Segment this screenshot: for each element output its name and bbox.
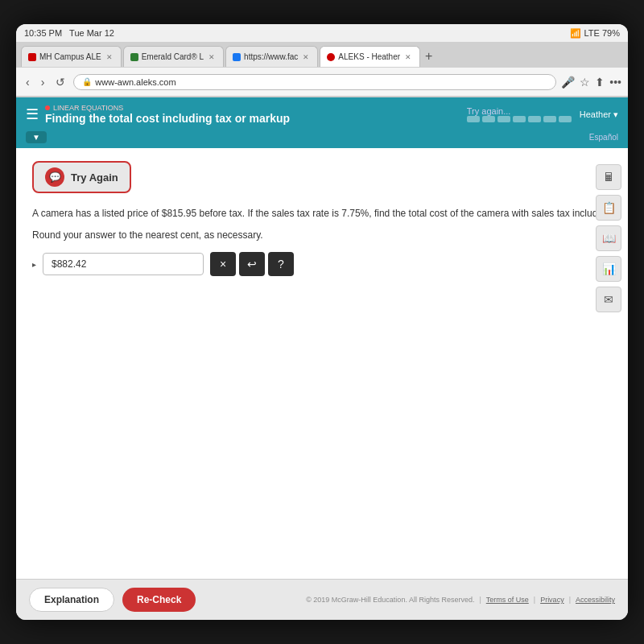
right-sidebar: 🖩 📋 📖 📊 ✉ [596, 164, 621, 312]
header-category: LINEAR EQUATIONS [45, 104, 290, 112]
status-time-date: 10:35 PM Tue Mar 12 [24, 28, 114, 38]
privacy-link[interactable]: Privacy [540, 596, 564, 604]
app-header: ☰ LINEAR EQUATIONS Finding the total cos… [16, 97, 628, 131]
tab-close-mh[interactable]: ✕ [105, 53, 114, 61]
footer-links: © 2019 McGraw-Hill Education. All Rights… [306, 596, 615, 604]
graph-icon[interactable]: 📊 [596, 256, 621, 282]
notes-icon[interactable]: 📋 [596, 195, 621, 221]
header-right: Try again... Heather ▾ [467, 106, 618, 122]
header-left: ☰ LINEAR EQUATIONS Finding the total cos… [26, 104, 290, 125]
tab-close-emerald[interactable]: ✕ [207, 53, 217, 61]
calculator-icon[interactable]: 🖩 [596, 164, 621, 190]
undo-button[interactable]: ↩ [239, 252, 265, 276]
terms-link[interactable]: Terms of Use [486, 596, 529, 604]
action-buttons: × ↩ ? [210, 252, 294, 276]
more-icon[interactable]: ••• [609, 76, 621, 89]
forward-button[interactable]: › [38, 74, 48, 90]
status-date: Tue Mar 12 [69, 28, 114, 38]
answer-label: ▸ [32, 260, 36, 269]
signal-icon: 📶 [570, 28, 581, 39]
status-time: 10:35 PM [24, 28, 62, 38]
clear-button[interactable]: × [210, 252, 236, 276]
new-tab-button[interactable]: + [422, 50, 436, 63]
hamburger-menu[interactable]: ☰ [26, 105, 39, 123]
progress-dot-1 [467, 116, 480, 122]
dropdown-arrow[interactable]: ▼ [26, 131, 47, 143]
tab-icon-emerald [130, 53, 138, 61]
sub-header: ▼ Español [16, 131, 628, 148]
progress-dot-4 [513, 116, 526, 122]
battery-status: LTE 79% [584, 28, 620, 38]
explanation-button[interactable]: Explanation [29, 588, 114, 612]
try-again-text: Try Again [71, 171, 118, 184]
tab-close-aleks[interactable]: ✕ [403, 53, 413, 61]
tab-icon-fb [233, 53, 241, 61]
progress-dots [467, 116, 572, 122]
progress-dot-7 [559, 116, 572, 122]
tab-facebook[interactable]: https://www.fac ✕ [225, 46, 318, 67]
espanol-link[interactable]: Español [589, 133, 618, 142]
back-button[interactable]: ‹ [23, 74, 33, 90]
browser-chrome: MH Campus ALE ✕ Emerald Card® L ✕ https:… [16, 42, 628, 97]
user-menu[interactable]: Heather ▾ [580, 109, 618, 120]
category-text: LINEAR EQUATIONS [53, 104, 123, 112]
answer-input[interactable] [43, 253, 204, 275]
try-again-icon: 💬 [45, 167, 64, 187]
red-dot-icon [45, 105, 50, 110]
progress-dot-2 [482, 116, 495, 122]
tab-aleks[interactable]: ALEKS - Heather ✕ [320, 46, 420, 67]
nav-actions: 🎤 ☆ ⬆ ••• [561, 76, 621, 89]
main-content: 💬 Try Again A camera has a listed price … [16, 148, 628, 579]
tablet-frame: 10:35 PM Tue Mar 12 📶 LTE 79% MH Campus … [16, 24, 628, 620]
tab-close-fb[interactable]: ✕ [301, 53, 311, 61]
progress-dot-6 [543, 116, 556, 122]
header-title-area: LINEAR EQUATIONS Finding the total cost … [45, 104, 290, 125]
answer-row: ▸ × ↩ ? [32, 252, 612, 276]
try-again-label: Try again... [467, 106, 572, 116]
question-text: A camera has a listed price of $815.95 b… [32, 206, 612, 221]
footer-copyright: © 2019 McGraw-Hill Education. All Rights… [306, 596, 474, 604]
round-instruction: Round your answer to the nearest cent, a… [32, 229, 612, 241]
address-text: www-awn.aleks.com [95, 77, 175, 87]
progress-dot-3 [497, 116, 510, 122]
bottom-left: Explanation Re-Check [29, 588, 196, 612]
try-again-button[interactable]: 💬 Try Again [32, 161, 131, 193]
progress-dot-5 [528, 116, 541, 122]
tab-icon-mh [28, 53, 36, 61]
tab-icon-aleks [327, 53, 335, 61]
tab-label-aleks: ALEKS - Heather [338, 52, 400, 61]
tab-label-fb: https://www.fac [244, 52, 298, 61]
mail-icon[interactable]: ✉ [596, 287, 621, 312]
share-icon[interactable]: ⬆ [595, 76, 605, 89]
status-bar: 10:35 PM Tue Mar 12 📶 LTE 79% [16, 24, 628, 42]
tab-emerald[interactable]: Emerald Card® L ✕ [123, 46, 224, 67]
reload-button[interactable]: ↺ [52, 74, 68, 90]
bottom-bar: Explanation Re-Check © 2019 McGraw-Hill … [16, 579, 628, 620]
bookmark-icon[interactable]: ☆ [580, 76, 590, 89]
tab-bar: MH Campus ALE ✕ Emerald Card® L ✕ https:… [16, 42, 628, 68]
mic-icon[interactable]: 🎤 [561, 76, 575, 89]
nav-bar: ‹ › ↺ 🔒 www-awn.aleks.com 🎤 ☆ ⬆ ••• [16, 68, 628, 97]
lock-icon: 🔒 [82, 77, 92, 86]
tab-label-emerald: Emerald Card® L [142, 52, 204, 61]
accessibility-link[interactable]: Accessibility [576, 596, 615, 604]
page-title: Finding the total cost including tax or … [45, 112, 290, 125]
address-bar[interactable]: 🔒 www-awn.aleks.com [73, 74, 556, 90]
status-right: 📶 LTE 79% [570, 28, 620, 39]
tab-label-mh: MH Campus ALE [39, 52, 101, 61]
help-button[interactable]: ? [268, 252, 294, 276]
recheck-button[interactable]: Re-Check [122, 588, 196, 612]
tab-mh-campus[interactable]: MH Campus ALE ✕ [21, 46, 122, 67]
book-icon[interactable]: 📖 [596, 225, 621, 251]
